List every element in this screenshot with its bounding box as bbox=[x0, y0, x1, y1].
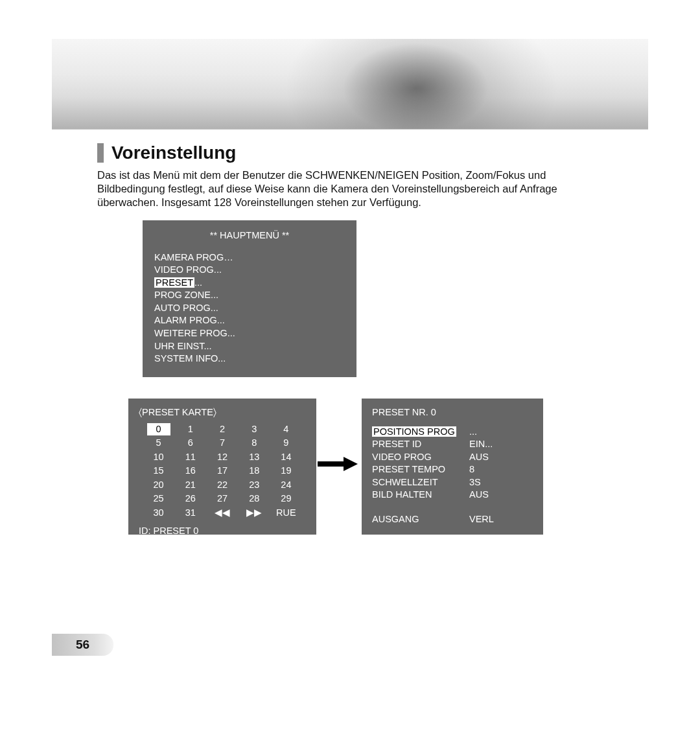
preset-cell[interactable]: 11 bbox=[174, 451, 206, 464]
preset-cell[interactable]: 10 bbox=[143, 451, 174, 464]
preset-row-value: AUS bbox=[469, 451, 489, 464]
preset-cell[interactable]: 18 bbox=[239, 465, 270, 478]
preset-detail-row[interactable]: POSITIONS PROG ... bbox=[372, 426, 533, 439]
body-paragraph: Das ist das Menü mit dem der Benutzer di… bbox=[97, 168, 596, 209]
preset-cell[interactable]: 30 bbox=[143, 507, 174, 520]
preset-cell[interactable]: 1 bbox=[174, 423, 206, 436]
preset-cell[interactable]: 19 bbox=[270, 465, 302, 478]
preset-cell[interactable]: 16 bbox=[174, 465, 206, 478]
preset-row-value: AUS bbox=[469, 489, 489, 502]
preset-cell[interactable]: 8 bbox=[239, 437, 270, 450]
preset-exit-value: VERL bbox=[469, 513, 494, 526]
arrow-right-icon bbox=[318, 457, 359, 471]
preset-row-value: ... bbox=[469, 426, 477, 439]
main-menu-item[interactable]: VIDEO PROG... bbox=[154, 264, 345, 277]
main-menu-item[interactable]: KAMERA PROG… bbox=[154, 251, 345, 264]
preset-cell[interactable]: 14 bbox=[270, 451, 302, 464]
preset-return-button[interactable]: RUE bbox=[270, 507, 302, 520]
preset-detail-row[interactable]: PRESET ID EIN... bbox=[372, 438, 533, 451]
preset-page-next-icon[interactable]: ▶▶ bbox=[239, 507, 270, 520]
main-menu-item[interactable]: SYSTEM INFO... bbox=[154, 353, 345, 365]
preset-page-prev-icon[interactable]: ◀◀ bbox=[206, 507, 238, 520]
preset-cell[interactable]: 25 bbox=[143, 492, 174, 505]
preset-row-label: PRESET ID bbox=[372, 438, 469, 451]
preset-row-label: BILD HALTEN bbox=[372, 489, 469, 502]
preset-detail-title: PRESET NR. 0 bbox=[372, 406, 533, 419]
main-menu-item[interactable]: ALARM PROG... bbox=[154, 314, 345, 327]
preset-cell[interactable]: 31 bbox=[174, 507, 206, 520]
page-number-tab: 56 bbox=[52, 634, 113, 656]
preset-cell[interactable]: 28 bbox=[239, 492, 270, 505]
preset-cell[interactable]: 7 bbox=[206, 437, 238, 450]
main-menu-item[interactable]: UHR EINST... bbox=[154, 340, 345, 353]
preset-row-label: VIDEO PROG bbox=[372, 451, 469, 464]
preset-cell[interactable]: 3 bbox=[239, 423, 270, 436]
preset-id-line: ID: PRESET 0 bbox=[139, 525, 306, 538]
heading-bar-icon bbox=[97, 143, 104, 163]
preset-cell[interactable]: 29 bbox=[270, 492, 302, 505]
preset-exit-label: AUSGANG bbox=[372, 513, 469, 526]
preset-detail-row[interactable]: PRESET TEMPO 8 bbox=[372, 463, 533, 476]
preset-map-panel: 〈PRESET KARTE〉 0 1 2 3 4 5 6 7 8 9 10 11… bbox=[128, 399, 316, 535]
preset-row-label-highlight: POSITIONS PROG bbox=[372, 426, 456, 437]
preset-row-value: EIN... bbox=[469, 438, 493, 451]
preset-cell[interactable]: 6 bbox=[174, 437, 206, 450]
preset-row-value: 8 bbox=[469, 463, 474, 476]
preset-cell[interactable]: 20 bbox=[143, 479, 174, 492]
preset-row-value: 3S bbox=[469, 476, 481, 489]
preset-detail-panel: PRESET NR. 0 POSITIONS PROG ... PRESET I… bbox=[362, 399, 543, 535]
preset-grid: 0 1 2 3 4 5 6 7 8 9 10 11 12 13 14 15 16… bbox=[143, 423, 302, 520]
preset-detail-row[interactable]: VIDEO PROG AUS bbox=[372, 451, 533, 464]
preset-row-label: SCHWELLZEIT bbox=[372, 476, 469, 489]
preset-row-label: PRESET TEMPO bbox=[372, 463, 469, 476]
page-number: 56 bbox=[76, 638, 89, 652]
main-menu-item[interactable]: WEITERE PROG... bbox=[154, 327, 345, 340]
main-menu-highlight: PRESET bbox=[154, 277, 194, 288]
preset-cell[interactable]: 15 bbox=[143, 465, 174, 478]
preset-cell[interactable]: 12 bbox=[206, 451, 238, 464]
preset-cell[interactable]: 4 bbox=[270, 423, 302, 436]
preset-cell[interactable]: 22 bbox=[206, 479, 238, 492]
main-menu-item[interactable]: AUTO PROG... bbox=[154, 302, 345, 315]
preset-cell[interactable]: 26 bbox=[174, 492, 206, 505]
main-menu-item-preset[interactable]: PRESET... bbox=[154, 277, 345, 290]
preset-detail-row[interactable]: BILD HALTEN AUS bbox=[372, 489, 533, 502]
preset-cell[interactable]: 2 bbox=[206, 423, 238, 436]
preset-cell[interactable]: 17 bbox=[206, 465, 238, 478]
heading-text: Voreinstellung bbox=[111, 143, 236, 163]
main-menu-title: ** HAUPTMENÜ ** bbox=[154, 229, 345, 242]
preset-cell[interactable]: 13 bbox=[239, 451, 270, 464]
preset-cell[interactable]: 23 bbox=[239, 479, 270, 492]
main-menu-panel: ** HAUPTMENÜ ** KAMERA PROG… VIDEO PROG.… bbox=[143, 220, 356, 377]
preset-cell[interactable]: 9 bbox=[270, 437, 302, 450]
preset-cell[interactable]: 21 bbox=[174, 479, 206, 492]
preset-map-title: 〈PRESET KARTE〉 bbox=[139, 406, 306, 419]
section-heading: Voreinstellung bbox=[97, 143, 236, 163]
preset-cell[interactable]: 5 bbox=[143, 437, 174, 450]
lens-banner-image bbox=[52, 39, 648, 130]
preset-cell-selected[interactable]: 0 bbox=[147, 423, 170, 436]
preset-detail-row[interactable]: SCHWELLZEIT 3S bbox=[372, 476, 533, 489]
main-menu-item[interactable]: PROG ZONE... bbox=[154, 289, 345, 302]
preset-cell[interactable]: 24 bbox=[270, 479, 302, 492]
preset-cell[interactable]: 27 bbox=[206, 492, 238, 505]
preset-exit-row[interactable]: AUSGANG VERL bbox=[372, 513, 533, 526]
